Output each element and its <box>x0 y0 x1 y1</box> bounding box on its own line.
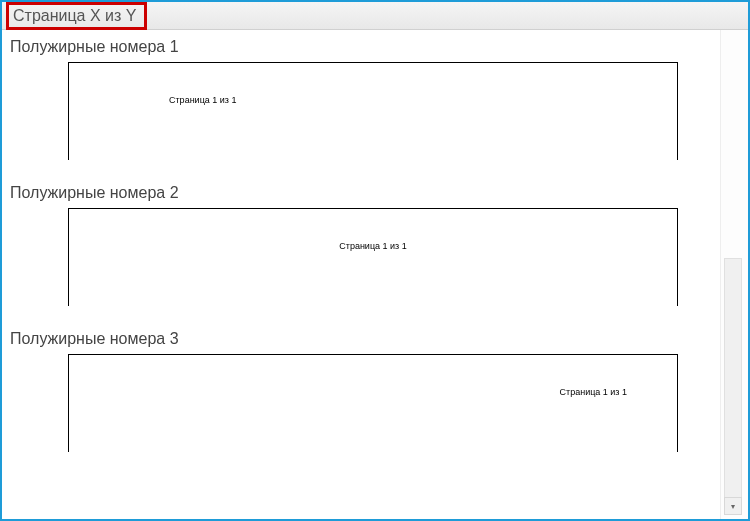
scrollbar-track[interactable] <box>724 258 742 510</box>
category-label-highlighted: Страница X из Y <box>6 2 147 30</box>
category-label: Страница X из Y <box>13 7 136 25</box>
option-preview: Страница 1 из 1 <box>68 208 678 306</box>
option-title: Полужирные номера 3 <box>8 330 748 348</box>
preview-text: Страница 1 из 1 <box>169 95 236 105</box>
scrollbar-down-button[interactable]: ▾ <box>724 497 742 515</box>
option-title: Полужирные номера 2 <box>8 184 748 202</box>
gallery-option-1[interactable]: Полужирные номера 1 Страница 1 из 1 <box>8 38 748 160</box>
option-title: Полужирные номера 1 <box>8 38 748 56</box>
gallery-content: Полужирные номера 1 Страница 1 из 1 Полу… <box>2 30 748 519</box>
chevron-down-icon: ▾ <box>731 502 735 511</box>
preview-text: Страница 1 из 1 <box>339 241 406 251</box>
option-preview: Страница 1 из 1 <box>68 62 678 160</box>
option-preview: Страница 1 из 1 <box>68 354 678 452</box>
preview-text: Страница 1 из 1 <box>560 387 627 397</box>
gallery-header: Страница X из Y <box>2 2 748 30</box>
gallery-option-2[interactable]: Полужирные номера 2 Страница 1 из 1 <box>8 184 748 306</box>
gallery-option-3[interactable]: Полужирные номера 3 Страница 1 из 1 <box>8 330 748 452</box>
